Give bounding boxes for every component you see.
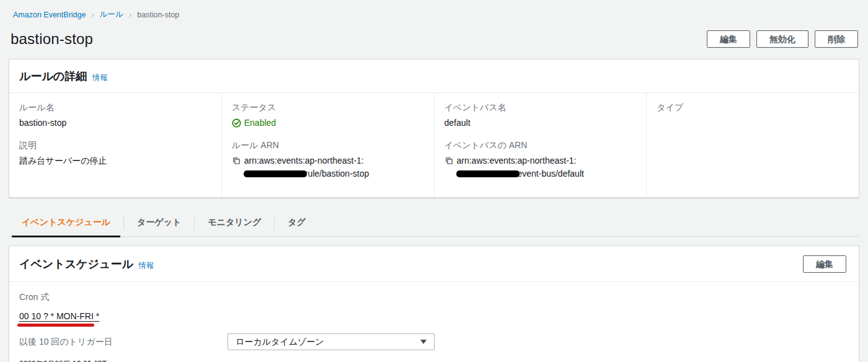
rule-details-card: ルールの詳細 情報 ルール名 bastion-stop 説明 踏み台サーバーの停… — [9, 59, 859, 198]
chevron-right-icon: › — [129, 10, 131, 19]
event-bus-name-label: イベントバス名 — [445, 102, 634, 113]
description-label: 説明 — [19, 140, 209, 151]
breadcrumb: Amazon EventBridge › ルール › bastion-stop — [0, 0, 868, 20]
red-underline-annotation — [17, 324, 94, 327]
rule-name-field: ルール名 bastion-stop — [19, 102, 209, 130]
rule-name-value: bastion-stop — [19, 117, 209, 130]
timezone-select-value: ローカルタイムゾーン — [236, 337, 324, 348]
details-column-4: タイプ — [646, 93, 859, 197]
disable-button[interactable]: 無効化 — [756, 30, 808, 48]
edit-button[interactable]: 編集 — [707, 30, 750, 48]
event-bus-arn-label: イベントバスの ARN — [445, 140, 634, 151]
page-header: bastion-stop 編集 無効化 削除 — [0, 20, 868, 59]
cron-label: Cron 式 — [19, 292, 846, 303]
tab-targets[interactable]: ターゲット — [124, 211, 194, 236]
type-field: タイプ — [657, 102, 846, 113]
trigger-date: 2022年6月28日 19:00 JST — [19, 356, 846, 362]
event-bus-arn-field: イベントバスの ARN arn:aws:events:ap-northeast-… — [445, 140, 634, 180]
status-text: Enabled — [244, 117, 276, 130]
rule-arn-value: arn:aws:events:ap-northeast-1:rule/basti… — [244, 154, 422, 180]
description-value: 踏み台サーバーの停止 — [19, 154, 209, 167]
page-title: bastion-stop — [11, 30, 93, 48]
event-bus-name-value: default — [445, 117, 634, 130]
details-column-2: ステータス Enabled ルール ARN arn:aws:events:ap-… — [221, 93, 434, 197]
trigger-dates-label: 以後 10 回のトリガー日 — [19, 337, 228, 348]
event-bus-name-field: イベントバス名 default — [445, 102, 634, 130]
rule-details-info-link[interactable]: 情報 — [92, 73, 107, 83]
type-label: タイプ — [657, 102, 846, 113]
tab-bar: イベントスケジュール ターゲット モニタリング タグ — [9, 211, 859, 237]
breadcrumb-current: bastion-stop — [137, 11, 179, 19]
rule-arn-label: ルール ARN — [232, 140, 422, 151]
delete-button[interactable]: 削除 — [815, 30, 858, 48]
schedule-edit-button[interactable]: 編集 — [803, 255, 846, 273]
rule-arn-field: ルール ARN arn:aws:events:ap-northeast-1:ru… — [232, 140, 422, 180]
cron-expression: 00 10 ? * MON-FRI * — [19, 311, 99, 321]
event-schedule-title: イベントスケジュール — [19, 257, 133, 272]
event-schedule-card: イベントスケジュール 情報 編集 Cron 式 00 10 ? * MON-FR… — [9, 245, 859, 362]
status-badge: Enabled — [232, 117, 422, 130]
breadcrumb-eventbridge-link[interactable]: Amazon EventBridge — [13, 11, 86, 19]
copy-icon[interactable] — [232, 156, 241, 167]
caret-down-icon — [420, 340, 427, 344]
rule-details-header: ルールの詳細 情報 — [9, 60, 859, 93]
details-column-3: イベントバス名 default イベントバスの ARN arn:aws:even… — [434, 93, 647, 197]
event-schedule-header: イベントスケジュール 情報 編集 — [9, 246, 859, 282]
page-actions: 編集 無効化 削除 — [707, 30, 858, 48]
rule-details-title: ルールの詳細 — [19, 69, 87, 84]
rule-name-label: ルール名 — [19, 102, 209, 113]
event-schedule-body: Cron 式 00 10 ? * MON-FRI * 以後 10 回のトリガー日… — [9, 282, 859, 362]
chevron-right-icon: › — [91, 10, 94, 19]
details-column-1: ルール名 bastion-stop 説明 踏み台サーバーの停止 — [9, 93, 221, 197]
description-field: 説明 踏み台サーバーの停止 — [19, 140, 209, 167]
trigger-row: 以後 10 回のトリガー日 ローカルタイムゾーン — [19, 333, 846, 350]
copy-icon[interactable] — [445, 156, 453, 167]
redaction-mark — [456, 170, 520, 177]
status-enabled-icon — [232, 118, 241, 128]
status-label: ステータス — [232, 102, 422, 113]
tab-event-schedule[interactable]: イベントスケジュール — [9, 211, 123, 236]
rule-details-body: ルール名 bastion-stop 説明 踏み台サーバーの停止 ステータス En… — [9, 93, 859, 197]
status-field: ステータス Enabled — [232, 102, 422, 130]
timezone-select[interactable]: ローカルタイムゾーン — [228, 333, 435, 350]
event-schedule-info-link[interactable]: 情報 — [139, 260, 154, 271]
event-bus-arn-value: arn:aws:events:ap-northeast-1:event-bus/… — [457, 154, 634, 180]
tab-tags[interactable]: タグ — [275, 211, 319, 236]
trigger-date-list: 2022年6月28日 19:00 JST 2022年6月29日 19:00 JS… — [19, 356, 846, 362]
tab-monitoring[interactable]: モニタリング — [195, 211, 274, 236]
breadcrumb-rules-link[interactable]: ルール — [100, 9, 123, 20]
redaction-mark — [244, 170, 307, 177]
